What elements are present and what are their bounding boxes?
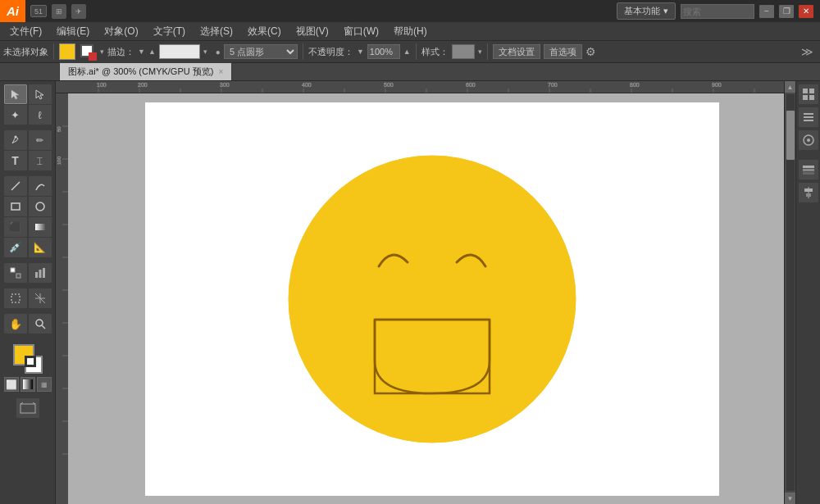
close-button[interactable]: ✕	[799, 5, 813, 18]
vertical-scrollbar[interactable]: ▲ ▼	[784, 81, 795, 504]
doc-setup-button[interactable]: 文档设置	[493, 44, 540, 59]
fill-color-swatch[interactable]	[59, 43, 75, 60]
menu-edit[interactable]: 编辑(E)	[50, 23, 96, 40]
preferences-button[interactable]: 首选项	[544, 44, 582, 59]
menu-file[interactable]: 文件(F)	[3, 23, 48, 40]
style-label: 样式：	[421, 46, 449, 58]
layers-panel-btn[interactable]	[799, 160, 818, 179]
tb-sep4	[416, 43, 417, 60]
tool-row-8: 💉 📐	[2, 238, 53, 257]
measure-btn[interactable]: 📐	[29, 238, 52, 257]
arrange-icon: ✈	[71, 4, 86, 19]
menu-view[interactable]: 视图(V)	[289, 23, 335, 40]
opacity-up[interactable]: ▲	[403, 48, 411, 56]
appearance-panel-btn[interactable]	[799, 130, 818, 150]
zoom-tool-btn[interactable]	[29, 314, 52, 334]
workspace-button[interactable]: 基本功能 ▾	[617, 2, 676, 20]
ellipse-tool-btn[interactable]	[29, 197, 52, 216]
screen-mode-btn[interactable]	[16, 398, 39, 418]
properties-panel-btn[interactable]	[799, 107, 818, 127]
restore-button[interactable]: ❐	[779, 5, 794, 18]
scroll-up-arrow[interactable]: ▲	[785, 81, 796, 93]
svg-rect-64	[803, 89, 808, 93]
app-logo: Ai	[0, 0, 25, 22]
svg-line-1	[11, 182, 20, 190]
selection-tool-btn[interactable]	[4, 84, 27, 104]
document-tab[interactable]: 图标.ai* @ 300% (CMYK/GPU 预览) ×	[59, 62, 232, 80]
tool-row-7: ⬛	[2, 217, 53, 237]
direct-selection-tool-btn[interactable]	[29, 84, 52, 104]
paintbucket-btn[interactable]: ⬛	[4, 217, 27, 237]
tab-bar: 图标.ai* @ 300% (CMYK/GPU 预览) ×	[0, 63, 820, 81]
search-input[interactable]	[681, 4, 754, 19]
tool-row-2: ✦ ℓ	[2, 105, 53, 125]
svg-line-15	[42, 325, 45, 329]
tab-filename: 图标.ai* @ 300% (CMYK/GPU 预览)	[68, 66, 213, 78]
svg-rect-4	[35, 224, 45, 230]
tab-close-button[interactable]: ×	[218, 67, 223, 76]
brush-select[interactable]: 5 点圆形	[224, 44, 298, 59]
stroke-swatch-small[interactable]	[25, 356, 36, 367]
right-panel	[795, 81, 820, 504]
scroll-thumb[interactable]	[786, 111, 795, 160]
menu-text[interactable]: 文字(T)	[147, 23, 192, 40]
svg-rect-17	[20, 404, 35, 413]
gradient-fill-icon[interactable]	[20, 377, 35, 392]
color-swatches[interactable]	[13, 344, 43, 374]
arc-tool-btn[interactable]	[29, 176, 52, 196]
stroke-down-arrow[interactable]: ▼	[138, 48, 145, 56]
panel-toggle-icon[interactable]: ≫	[801, 45, 813, 58]
hand-tool-btn[interactable]: ✋	[4, 314, 27, 334]
type-tool-btn[interactable]: T	[4, 151, 27, 170]
menu-effects[interactable]: 效果(C)	[241, 23, 288, 40]
rect-tool-btn[interactable]	[4, 197, 27, 216]
stroke-selector[interactable]	[79, 43, 97, 61]
lasso-btn[interactable]: ℓ	[29, 105, 52, 125]
artboard-btn[interactable]	[4, 288, 27, 308]
blend-btn[interactable]	[4, 263, 27, 283]
scroll-down-arrow[interactable]: ▼	[785, 493, 796, 504]
extra-icon[interactable]: ⚙	[585, 45, 596, 58]
tb-sep5	[487, 43, 488, 60]
opacity-down[interactable]: ▼	[357, 48, 364, 56]
menu-window[interactable]: 窗口(W)	[337, 23, 385, 40]
svg-point-3	[36, 202, 44, 211]
libraries-panel-btn[interactable]	[799, 84, 818, 104]
minimize-button[interactable]: −	[759, 5, 774, 18]
tool-row-11: ✋	[2, 314, 53, 334]
style-arrow[interactable]: ▾	[478, 48, 482, 56]
pen-tool-btn[interactable]	[4, 130, 27, 150]
svg-rect-75	[803, 172, 814, 175]
opacity-input[interactable]	[367, 44, 400, 59]
add-anchor-btn[interactable]: ✏	[29, 130, 52, 150]
stroke-arrow[interactable]: ▾	[100, 48, 104, 56]
pattern-fill-icon[interactable]: ▦	[37, 377, 52, 392]
stroke-width-arrow[interactable]: ▾	[203, 48, 207, 56]
ruler-top: 100 200 300 400 500 600 700 800 900	[56, 81, 795, 93]
svg-text:700: 700	[548, 82, 558, 88]
menu-select[interactable]: 选择(S)	[194, 23, 239, 40]
none-fill-icon[interactable]: ⬜	[4, 377, 19, 392]
eyedropper-btn[interactable]: 💉	[4, 238, 27, 257]
line-tool-btn[interactable]	[4, 176, 27, 196]
chart-btn[interactable]	[29, 263, 52, 283]
style-preview[interactable]	[452, 44, 475, 59]
menu-help[interactable]: 帮助(H)	[387, 23, 434, 40]
stroke-width-field[interactable]	[159, 44, 200, 59]
align-panel-btn[interactable]	[799, 183, 818, 202]
slice-btn[interactable]	[29, 288, 52, 308]
menu-object[interactable]: 对象(O)	[98, 23, 144, 40]
stroke-up-arrow[interactable]: ▲	[148, 48, 156, 56]
gradient-btn[interactable]	[29, 217, 52, 237]
magic-wand-btn[interactable]: ✦	[4, 105, 27, 125]
svg-rect-8	[39, 270, 41, 278]
svg-text:100: 100	[97, 82, 107, 88]
scroll-track[interactable]	[786, 94, 795, 491]
tb-sep3	[303, 43, 303, 60]
vertical-type-btn[interactable]: ⌶	[29, 151, 52, 170]
svg-point-72	[807, 138, 810, 142]
no-selection-label: 未选择对象	[3, 46, 48, 58]
toolbar-sep-1	[53, 43, 54, 60]
svg-rect-20	[57, 81, 794, 93]
svg-rect-47	[56, 93, 68, 504]
